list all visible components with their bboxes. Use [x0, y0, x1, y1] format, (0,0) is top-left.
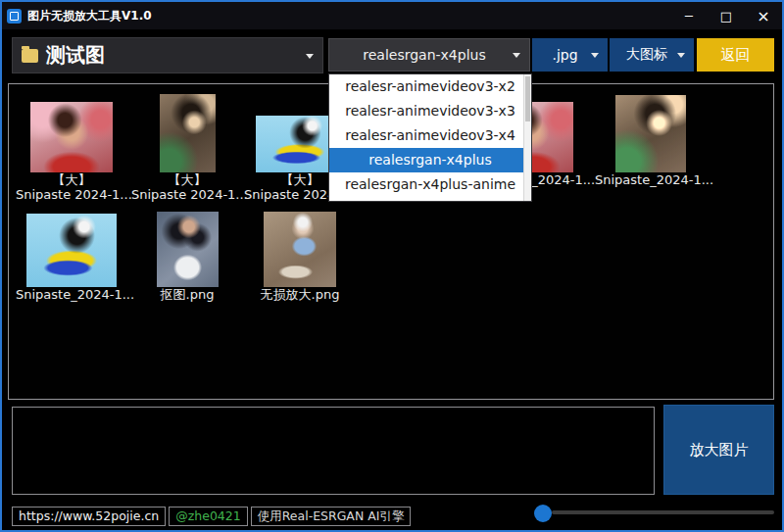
- thumbnail-image: [264, 212, 336, 287]
- chevron-down-icon: [513, 53, 520, 58]
- maximize-icon: □: [720, 9, 732, 24]
- close-button[interactable]: ×: [745, 2, 782, 29]
- file-item-name: Snipaste 2024-1...: [16, 187, 127, 202]
- dropdown-item[interactable]: realesr-animevideov3-x2: [329, 74, 531, 99]
- statusbar-engine-note: 使用Real-ESRGAN AI引擎: [251, 507, 412, 526]
- model-select[interactable]: realesrgan-x4plus: [328, 38, 530, 72]
- statusbar-url[interactable]: https://www.52pojie.cn: [12, 507, 166, 526]
- enlarge-image-label: 放大图片: [690, 441, 749, 459]
- chevron-down-icon: [677, 53, 685, 58]
- scrollbar-thumb[interactable]: [525, 76, 530, 121]
- view-mode-select[interactable]: 大图标: [610, 38, 694, 72]
- thumbnail-image: [160, 94, 216, 172]
- dropdown-item[interactable]: realesrgan-x4plus-anime: [329, 172, 531, 197]
- statusbar: https://www.52pojie.cn @zhe0421 使用Real-E…: [12, 507, 411, 526]
- chevron-down-icon: [306, 54, 314, 59]
- dropdown-item[interactable]: realesr-animevideov3-x4: [329, 123, 531, 148]
- thumbnail-image: [157, 212, 219, 287]
- enlarge-image-button[interactable]: 放大图片: [663, 405, 774, 495]
- app-logo-icon: [7, 9, 22, 24]
- folder-select-value: 测试图: [46, 42, 105, 69]
- folder-select[interactable]: 测试图: [12, 37, 323, 73]
- thumbnail-image: [615, 95, 686, 172]
- app-title: 图片无损放大工具V1.0: [27, 8, 152, 24]
- close-icon: ×: [757, 7, 769, 25]
- log-textarea[interactable]: [12, 407, 655, 495]
- file-item[interactable]: 【大】 Snipaste 2024-1...: [131, 92, 243, 202]
- file-item[interactable]: 无损放大.png: [244, 208, 356, 302]
- back-button[interactable]: 返回: [697, 38, 774, 72]
- dropdown-scrollbar[interactable]: [523, 74, 531, 201]
- format-select[interactable]: .jpg: [532, 38, 608, 72]
- app-window: 图片无损放大工具V1.0 ─ □ × 测试图 realesrgan-x4plus…: [0, 0, 784, 532]
- view-mode-value: 大图标: [626, 46, 677, 64]
- zoom-slider-thumb[interactable]: [534, 505, 552, 522]
- file-item[interactable]: 抠图.png: [131, 208, 243, 302]
- model-dropdown-list: realesr-animevideov3-x2 realesr-animevid…: [328, 73, 532, 202]
- minimize-button[interactable]: ─: [670, 2, 708, 29]
- file-item[interactable]: Snipaste_2024-1...: [595, 92, 707, 187]
- maximize-button[interactable]: □: [708, 2, 745, 29]
- titlebar: 图片无损放大工具V1.0 ─ □ ×: [2, 2, 782, 29]
- file-item-tag: 【大】: [131, 172, 243, 187]
- model-select-value: realesrgan-x4plus: [363, 47, 495, 63]
- file-item-name: 抠图.png: [131, 287, 243, 302]
- thumbnail-image: [30, 102, 113, 172]
- file-item[interactable]: 【大】 Snipaste 2024-1...: [16, 92, 127, 202]
- window-controls: ─ □ ×: [670, 2, 782, 29]
- chevron-down-icon: [591, 53, 599, 58]
- file-item-name: 无损放大.png: [244, 287, 356, 302]
- file-item-name: Snipaste_2024-1...: [16, 287, 127, 302]
- zoom-slider-track[interactable]: [552, 510, 774, 514]
- file-item-tag: 【大】: [16, 172, 127, 187]
- back-button-label: 返回: [721, 46, 751, 65]
- folder-icon: [22, 49, 38, 63]
- file-item[interactable]: Snipaste_2024-1...: [16, 208, 127, 302]
- format-select-value: .jpg: [552, 47, 587, 63]
- minimize-icon: ─: [685, 9, 693, 24]
- dropdown-item-selected[interactable]: realesrgan-x4plus: [329, 148, 531, 172]
- file-item-name: Snipaste 2024-1...: [131, 187, 243, 202]
- file-item-name: Snipaste_2024-1...: [595, 172, 707, 187]
- dropdown-item[interactable]: realesr-animevideov3-x3: [329, 99, 531, 123]
- thumbnail-image: [26, 214, 117, 287]
- statusbar-credit[interactable]: @zhe0421: [169, 507, 248, 526]
